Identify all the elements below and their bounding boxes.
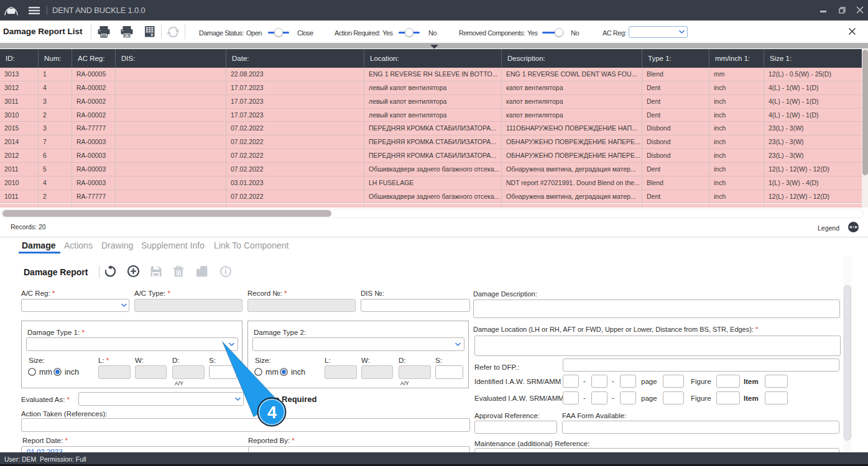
svg-text:4: 4: [267, 403, 277, 422]
